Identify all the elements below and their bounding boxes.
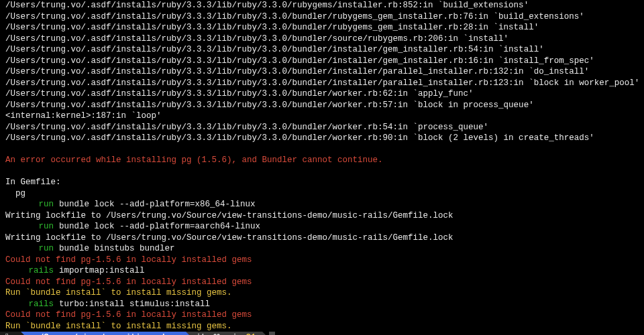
error-headline: An error occurred while installing pg (1… xyxy=(5,155,639,166)
stack-trace-line: /Users/trung.vo/.asdf/installs/ruby/3.3.… xyxy=(5,56,639,67)
bundle-hint: Run `bundle install` to install missing … xyxy=(5,321,639,332)
prompt-seg-git: git: main ?1 xyxy=(186,332,262,335)
apple-icon:  xyxy=(5,332,11,335)
prompt-seg-os:  xyxy=(0,332,21,335)
stack-trace-line: /Users/trung.vo/.asdf/installs/ruby/3.3.… xyxy=(5,0,639,11)
terminal-line: runbundle binstubs bundler xyxy=(5,243,639,255)
step-label: run xyxy=(5,221,54,232)
shell-prompt[interactable]:  ➜ ~/Source/view-transitions-demo git: … xyxy=(0,332,644,335)
gem-not-found: Could not find pg-1.5.6 in locally insta… xyxy=(5,277,639,288)
stack-trace-line: /Users/trung.vo/.asdf/installs/ruby/3.3.… xyxy=(5,100,639,111)
step-label: rails xyxy=(5,299,54,310)
prompt-seg-cwd: ➜ ~/Source/view-transitions-demo xyxy=(21,332,186,335)
gem-not-found: Could not find pg-1.5.6 in locally insta… xyxy=(5,255,639,266)
stack-trace-line: /Users/trung.vo/.asdf/installs/ruby/3.3.… xyxy=(5,22,639,34)
step-label: rails xyxy=(5,265,54,277)
terminal-line: railsimportmap:install xyxy=(5,265,639,277)
gemfile-header: In Gemfile: xyxy=(5,177,639,188)
stack-trace-line: /Users/trung.vo/.asdf/installs/ruby/3.3.… xyxy=(5,88,639,100)
lockfile-msg: Writing lockfile to /Users/trung.vo/Sour… xyxy=(5,210,639,222)
bundle-hint: Run `bundle install` to install missing … xyxy=(5,287,639,299)
stack-trace-line: <internal:kernel>:187:in `loop' xyxy=(5,111,639,122)
gem-not-found: Could not find pg-1.5.6 in locally insta… xyxy=(5,310,639,321)
step-command: importmap:install xyxy=(59,266,145,275)
terminal-line xyxy=(5,144,639,155)
stack-trace-line: /Users/trung.vo/.asdf/installs/ruby/3.3.… xyxy=(5,44,639,56)
stack-trace-line: /Users/trung.vo/.asdf/installs/ruby/3.3.… xyxy=(5,11,639,23)
stack-trace-line: /Users/trung.vo/.asdf/installs/ruby/3.3.… xyxy=(5,133,639,144)
stack-trace-line: /Users/trung.vo/.asdf/installs/ruby/3.3.… xyxy=(5,34,639,45)
terminal-line xyxy=(5,166,639,178)
cursor xyxy=(269,332,275,335)
step-label: run xyxy=(5,199,54,210)
terminal-line: runbundle lock --add-platform=aarch64-li… xyxy=(5,221,639,232)
git-branch-name: main xyxy=(223,332,242,335)
prompt-arrow-icon: ➜ xyxy=(26,332,31,335)
stack-trace-line: /Users/trung.vo/.asdf/installs/ruby/3.3.… xyxy=(5,122,639,133)
git-label: git: xyxy=(191,332,211,335)
terminal-line: runbundle lock --add-platform=x86_64-lin… xyxy=(5,199,639,210)
terminal-output[interactable]: /Users/trung.vo/.asdf/installs/ruby/3.3.… xyxy=(0,0,644,332)
step-command: bundle binstubs bundler xyxy=(59,244,175,253)
stack-trace-line: /Users/trung.vo/.asdf/installs/ruby/3.3.… xyxy=(5,66,639,78)
step-command: bundle lock --add-platform=x86_64-linux xyxy=(59,200,256,209)
stack-trace-line: /Users/trung.vo/.asdf/installs/ruby/3.3.… xyxy=(5,78,639,89)
step-command: turbo:install stimulus:install xyxy=(59,299,210,309)
terminal-line: railsturbo:install stimulus:install xyxy=(5,299,639,310)
step-label: run xyxy=(5,243,54,255)
prompt-cwd: ~/Source/view-transitions-demo xyxy=(34,332,179,335)
git-status: ?1 xyxy=(246,332,256,335)
step-command: bundle lock --add-platform=aarch64-linux xyxy=(59,222,260,231)
lockfile-msg: Writing lockfile to /Users/trung.vo/Sour… xyxy=(5,232,639,244)
gemfile-dep: pg xyxy=(5,188,639,200)
